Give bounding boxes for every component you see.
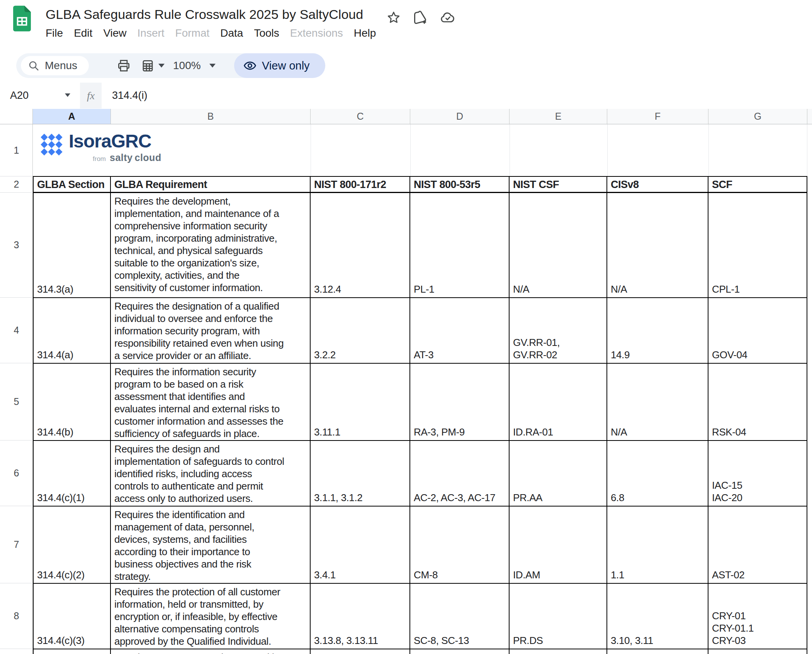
- menu-help[interactable]: Help: [348, 25, 382, 41]
- column-header-E[interactable]: E: [510, 109, 607, 124]
- menu-file[interactable]: File: [40, 25, 68, 41]
- view-only-button[interactable]: View only: [234, 53, 325, 78]
- cell-nist53[interactable]: [410, 649, 510, 654]
- row-header-7[interactable]: 7: [0, 539, 33, 550]
- cell-nist53[interactable]: RA-3, PM-9: [410, 364, 510, 440]
- cell-nist171[interactable]: [311, 649, 410, 654]
- cell-cisv8[interactable]: 3.10, 3.11: [607, 584, 708, 649]
- cell-nist171[interactable]: 3.4.1: [311, 507, 410, 583]
- print-button[interactable]: [117, 59, 131, 75]
- header-scf[interactable]: SCF: [708, 177, 807, 192]
- isora-grc-logo[interactable]: IsoraGRC fromsaltycloud: [41, 131, 161, 163]
- header-cisv8[interactable]: CISv8: [607, 177, 708, 192]
- number-format-caret-icon[interactable]: [158, 64, 165, 68]
- header-nist-csf[interactable]: NIST CSF: [510, 177, 607, 192]
- approval-shield-plus-icon[interactable]: [412, 9, 428, 25]
- header-nist-800-53r5[interactable]: NIST 800-53r5: [410, 177, 510, 192]
- cell-nist53[interactable]: AT-3: [410, 298, 510, 363]
- cell-section[interactable]: 314.4(a): [34, 298, 111, 363]
- cell-nist171[interactable]: 3.11.1: [311, 364, 410, 440]
- number-format-button[interactable]: [141, 59, 155, 75]
- document-title[interactable]: GLBA Safeguards Rule Crosswalk 2025 by S…: [46, 7, 363, 22]
- cell-cisv8[interactable]: N/A: [607, 193, 708, 297]
- table-row: 314.4(b) Requires the information securi…: [34, 364, 807, 441]
- cell-nist53[interactable]: SC-8, SC-13: [410, 584, 510, 649]
- cell-cisv8[interactable]: 6.8: [607, 441, 708, 506]
- cell-cisv8[interactable]: N/A: [607, 364, 708, 440]
- cell-csf[interactable]: PR.DS: [510, 584, 607, 649]
- cloud-saved-icon: [439, 9, 457, 25]
- menu-view[interactable]: View: [98, 25, 132, 41]
- column-header-G[interactable]: G: [708, 109, 807, 124]
- cell-section[interactable]: [34, 649, 111, 654]
- cell-nist53[interactable]: CM-8: [410, 507, 510, 583]
- formula-input[interactable]: 314.4(i): [112, 90, 148, 102]
- select-all-corner[interactable]: [0, 109, 33, 124]
- cell-nist171[interactable]: 3.1.1, 3.1.2: [311, 441, 410, 506]
- row-header-1[interactable]: 1: [0, 144, 33, 156]
- header-nist-800-171r2[interactable]: NIST 800-171r2: [311, 177, 410, 192]
- cell-scf[interactable]: GOV-04: [708, 298, 807, 363]
- cell-scf[interactable]: CPL-1: [708, 193, 807, 297]
- cell-requirement[interactable]: Requires the protection of all customer …: [111, 584, 311, 649]
- column-header-C[interactable]: C: [311, 109, 410, 124]
- star-icon[interactable]: [386, 10, 401, 25]
- cell-scf[interactable]: CRY-01 CRY-01.1 CRY-03: [708, 584, 807, 649]
- menu-format: Format: [170, 25, 215, 41]
- cell-csf[interactable]: GV.RR-01, GV.RR-02: [510, 298, 607, 363]
- cell-nist53[interactable]: PL-1: [410, 193, 510, 297]
- logo-tagline-from: from: [93, 155, 106, 163]
- cell-nist171[interactable]: 3.12.4: [311, 193, 410, 297]
- menu-edit[interactable]: Edit: [68, 25, 98, 41]
- cell-requirement[interactable]: Requires the designation of a qualified …: [111, 298, 311, 363]
- column-header-A[interactable]: A: [33, 109, 111, 124]
- cell-section[interactable]: 314.4(c)(3): [34, 584, 111, 649]
- zoom-level[interactable]: 100%: [173, 59, 201, 72]
- cell-requirement[interactable]: Requires the identification and manageme…: [111, 507, 311, 583]
- row-header-3[interactable]: 3: [0, 239, 33, 251]
- name-box-caret-icon[interactable]: [65, 93, 70, 97]
- cell-scf[interactable]: [708, 649, 807, 654]
- row-header-8[interactable]: 8: [0, 610, 33, 622]
- cell-cisv8[interactable]: [607, 649, 708, 654]
- cell-requirement[interactable]: Requires the development, implementation…: [111, 193, 311, 297]
- cell-csf[interactable]: ID.AM: [510, 507, 607, 583]
- cell-nist53[interactable]: AC-2, AC-3, AC-17: [410, 441, 510, 506]
- row-header-5[interactable]: 5: [0, 396, 33, 407]
- cell-cisv8[interactable]: 14.9: [607, 298, 708, 363]
- logo-tagline-cloud: cloud: [134, 152, 161, 163]
- cell-section[interactable]: 314.3(a): [34, 193, 111, 297]
- header-glba-requirement[interactable]: GLBA Requirement: [111, 177, 311, 192]
- row-header-6[interactable]: 6: [0, 467, 33, 479]
- sheets-app-icon[interactable]: [12, 5, 32, 33]
- cell-scf[interactable]: RSK-04: [708, 364, 807, 440]
- column-header-B[interactable]: B: [111, 109, 311, 124]
- name-box[interactable]: A20: [10, 90, 29, 102]
- column-header-D[interactable]: D: [410, 109, 510, 124]
- cell-scf[interactable]: AST-02: [708, 507, 807, 583]
- row-header-4[interactable]: 4: [0, 324, 33, 336]
- cell-section[interactable]: 314.4(c)(1): [34, 441, 111, 506]
- menu-data[interactable]: Data: [215, 25, 248, 41]
- cell-csf[interactable]: N/A: [510, 193, 607, 297]
- cell-csf[interactable]: [510, 649, 607, 654]
- menu-tools[interactable]: Tools: [248, 25, 284, 41]
- cell-nist171[interactable]: 3.13.8, 3.13.11: [311, 584, 410, 649]
- cell-section[interactable]: 314.4(b): [34, 364, 111, 440]
- cell-requirement[interactable]: Requires the information security progra…: [111, 364, 311, 440]
- cell-csf[interactable]: PR.AA: [510, 441, 607, 506]
- cell-section[interactable]: 314.4(c)(2): [34, 507, 111, 583]
- header-glba-section[interactable]: GLBA Section: [34, 177, 111, 192]
- table-row: 314.3(a) Requires the development, imple…: [34, 193, 807, 298]
- cell-requirement[interactable]: Requires the design and implementation o…: [111, 441, 311, 506]
- cell-scf[interactable]: IAC-15 IAC-20: [708, 441, 807, 506]
- cell-requirement[interactable]: Requires user access to be secured by mu…: [111, 649, 311, 654]
- zoom-caret-icon[interactable]: [209, 64, 216, 68]
- cell-nist171[interactable]: 3.2.2: [311, 298, 410, 363]
- menus-search-button[interactable]: Menus: [21, 56, 89, 75]
- cell-csf[interactable]: ID.RA-01: [510, 364, 607, 440]
- column-header-F[interactable]: F: [607, 109, 708, 124]
- table-header-row: GLBA Section GLBA Requirement NIST 800-1…: [34, 177, 807, 193]
- cell-cisv8[interactable]: 1.1: [607, 507, 708, 583]
- row-header-2[interactable]: 2: [0, 178, 33, 190]
